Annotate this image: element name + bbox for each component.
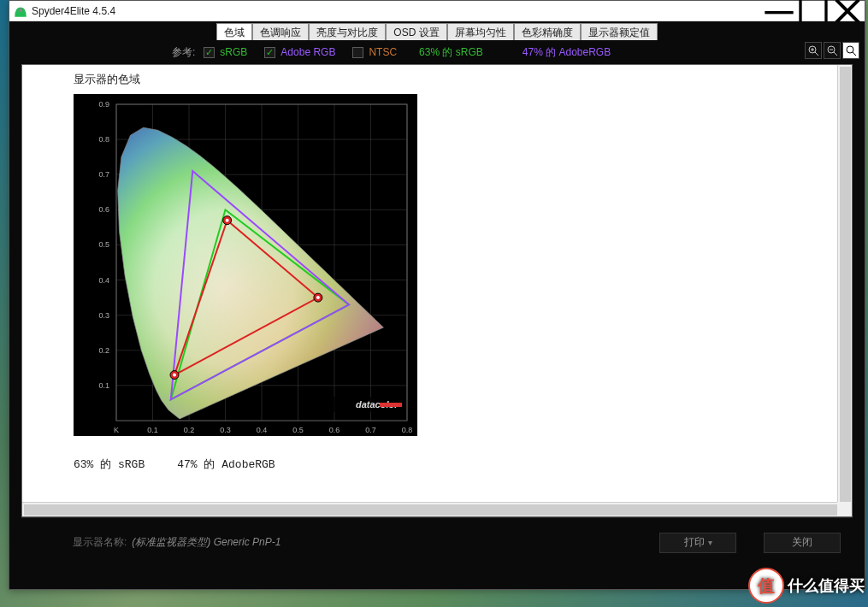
minimize-button[interactable] (762, 2, 796, 21)
svg-text:0.3: 0.3 (220, 426, 231, 434)
content-area: 显示器的色域 K0.10.20.30.40.50.60.70.80.10.20.… (9, 64, 865, 589)
checkbox-ntsc[interactable] (352, 47, 363, 58)
app-window: Spyder4Elite 4.5.4 色域 色调响应 亮度与对比度 OSD 设置… (9, 0, 865, 590)
display-name-label: 显示器名称: (73, 535, 127, 550)
zoom-out-button[interactable] (824, 42, 841, 59)
svg-rect-1 (765, 11, 793, 14)
tab-uniformity[interactable]: 屏幕均匀性 (447, 23, 514, 40)
svg-rect-2 (800, 0, 826, 24)
reference-label: 参考: (172, 45, 195, 60)
vertical-scrollbar-thumb[interactable] (840, 67, 851, 504)
display-name-value: (标准监视器类型) Generic PnP-1 (132, 535, 280, 550)
watermark-text: 什么值得买 (788, 575, 865, 596)
svg-point-47 (316, 296, 320, 299)
svg-text:0.2: 0.2 (98, 346, 109, 355)
tab-color-accuracy[interactable]: 色彩精确度 (514, 23, 581, 40)
svg-text:0.9: 0.9 (98, 100, 109, 109)
svg-text:0.5: 0.5 (98, 240, 109, 249)
zoom-in-button[interactable] (805, 42, 822, 59)
print-button[interactable]: 打印▾ (659, 533, 736, 553)
watermark: 值 什么值得买 (748, 568, 865, 604)
cie-chart: K0.10.20.30.40.50.60.70.80.10.20.30.40.5… (74, 94, 417, 436)
label-srgb: sRGB (220, 46, 247, 58)
svg-point-51 (173, 374, 176, 377)
svg-text:0.4: 0.4 (98, 276, 109, 285)
tab-osd-settings[interactable]: OSD 设置 (386, 23, 446, 40)
zoom-fit-button[interactable] (842, 42, 859, 59)
svg-text:0.8: 0.8 (402, 426, 413, 434)
maximize-button[interactable] (796, 2, 830, 21)
svg-point-49 (226, 219, 229, 222)
close-button[interactable] (830, 2, 865, 21)
zoom-buttons (805, 42, 859, 59)
horizontal-scrollbar-thumb[interactable] (24, 504, 839, 516)
checkbox-adobergb[interactable] (264, 47, 275, 58)
client-area: 色域 色调响应 亮度与对比度 OSD 设置 屏幕均匀性 色彩精确度 显示器额定值… (9, 21, 865, 589)
scroll-area: 显示器的色域 K0.10.20.30.40.50.60.70.80.10.20.… (21, 64, 853, 517)
tab-gamut[interactable]: 色域 (216, 23, 252, 40)
scroll-corner (837, 502, 852, 516)
svg-rect-54 (380, 403, 402, 407)
coverage-text-adobergb: 47% 的 AdobeRGB (177, 458, 275, 471)
close-button-footer[interactable]: 关闭 (764, 533, 841, 553)
svg-text:0.7: 0.7 (98, 170, 109, 179)
svg-text:0.6: 0.6 (329, 426, 340, 434)
tab-brightness-contrast[interactable]: 亮度与对比度 (309, 23, 386, 40)
coverage-text-srgb: 63% 的 sRGB (74, 458, 145, 471)
svg-text:0.1: 0.1 (98, 381, 109, 390)
svg-text:0.6: 0.6 (98, 205, 109, 214)
svg-text:0.2: 0.2 (184, 426, 195, 434)
svg-text:K: K (114, 426, 119, 434)
svg-text:0.8: 0.8 (98, 135, 109, 144)
horizontal-scrollbar[interactable] (22, 502, 837, 516)
svg-text:0.4: 0.4 (257, 426, 268, 434)
checkbox-srgb[interactable] (204, 47, 215, 58)
label-ntsc: NTSC (369, 46, 397, 58)
watermark-logo-icon: 值 (748, 568, 784, 604)
scroll-content: 显示器的色域 K0.10.20.30.40.50.60.70.80.10.20.… (22, 65, 837, 502)
svg-text:0.3: 0.3 (98, 311, 109, 320)
svg-point-0 (19, 8, 23, 12)
tab-tone-response[interactable]: 色调响应 (252, 23, 309, 40)
coverage-text: 63% 的 sRGB47% 的 AdobeRGB (74, 457, 786, 472)
svg-point-5 (847, 46, 853, 53)
reference-bar: 参考: sRGB Adobe RGB NTSC 63% 的 sRGB 47% 的… (9, 40, 865, 64)
titlebar[interactable]: Spyder4Elite 4.5.4 (9, 1, 865, 21)
coverage-adobergb: 47% 的 AdobeRGB (523, 45, 611, 60)
tab-bar: 色域 色调响应 亮度与对比度 OSD 设置 屏幕均匀性 色彩精确度 显示器额定值 (9, 21, 865, 40)
app-icon (13, 3, 28, 19)
vertical-scrollbar[interactable] (837, 65, 852, 502)
footer-bar: 显示器名称: (标准监视器类型) Generic PnP-1 打印▾ 关闭 (21, 517, 853, 563)
svg-text:0.1: 0.1 (147, 426, 158, 434)
label-adobergb: Adobe RGB (280, 46, 335, 58)
svg-text:0.5: 0.5 (292, 426, 304, 434)
app-title: Spyder4Elite 4.5.4 (32, 5, 762, 17)
section-heading: 显示器的色域 (74, 72, 786, 87)
svg-text:0.7: 0.7 (365, 426, 376, 434)
coverage-srgb: 63% 的 sRGB (419, 45, 483, 60)
tab-display-rating[interactable]: 显示器额定值 (581, 23, 658, 40)
